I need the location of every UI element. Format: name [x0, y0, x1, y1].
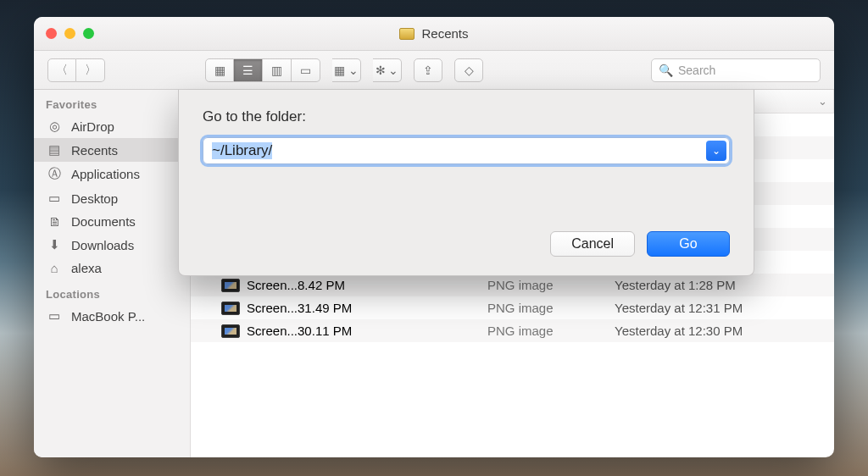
sidebar-item-label: Documents — [71, 214, 136, 229]
sidebar-item-label: Applications — [71, 167, 140, 181]
window-title-icon — [399, 28, 415, 40]
action-menu-button[interactable]: ✻ ⌄ — [373, 58, 402, 82]
sidebar-item-home[interactable]: ⌂alexa — [34, 257, 190, 280]
chevron-down-icon: ⌄ — [388, 64, 398, 77]
share-icon: ⇪ — [423, 64, 433, 77]
grid-small-icon: ▦ — [334, 64, 345, 77]
icon-view-button[interactable]: ▦ — [205, 58, 234, 82]
sidebar-item-downloads[interactable]: ⬇Downloads — [34, 233, 190, 257]
documents-icon: 🗎 — [46, 214, 63, 229]
cancel-button[interactable]: Cancel — [550, 231, 635, 257]
share-button[interactable]: ⇪ — [414, 58, 442, 82]
chevron-down-icon[interactable]: ⌄ — [818, 95, 827, 108]
chevron-down-icon: ⌄ — [712, 145, 721, 157]
sidebar-header-locations: Locations — [34, 280, 190, 304]
columns-icon: ▥ — [271, 64, 282, 77]
go-to-folder-dialog: Go to the folder: ⌄ Cancel Go — [178, 90, 754, 276]
airdrop-icon: ◎ — [46, 119, 63, 134]
file-date: Yesterday at 12:31 PM — [606, 301, 834, 315]
chevron-left-icon: 〈 — [56, 63, 68, 78]
toolbar: 〈 〉 ▦ ☰ ▥ ▭ ▦ ⌄ ✻ ⌄ ⇪ ◇ 🔍 Search — [34, 51, 834, 90]
sidebar-item-applications[interactable]: ⒶApplications — [34, 162, 190, 186]
sidebar-item-label: AirDrop — [71, 119, 114, 134]
file-date: Yesterday at 1:28 PM — [606, 278, 834, 292]
dialog-label: Go to the folder: — [203, 108, 730, 125]
sidebar-item-macbook[interactable]: ▭MacBook P... — [34, 304, 190, 328]
desktop-icon: ▭ — [46, 191, 63, 206]
path-history-button[interactable]: ⌄ — [706, 141, 726, 161]
go-button[interactable]: Go — [647, 231, 730, 257]
file-name: Screen...8.42 PM — [247, 278, 345, 292]
sidebar-item-label: alexa — [71, 261, 102, 275]
back-button[interactable]: 〈 — [47, 58, 76, 82]
file-kind: PNG image — [479, 301, 606, 315]
sidebar: Favorites ◎AirDrop ▤Recents ⒶApplication… — [34, 90, 191, 457]
sidebar-item-label: Desktop — [71, 191, 118, 206]
file-name: Screen...30.11 PM — [247, 324, 352, 338]
table-row[interactable]: Screen...31.49 PMPNG imageYesterday at 1… — [191, 296, 834, 319]
column-view-button[interactable]: ▥ — [263, 58, 292, 82]
file-thumb-icon — [221, 279, 240, 292]
button-label: Cancel — [571, 236, 614, 252]
table-row[interactable]: Screen...30.11 PMPNG imageYesterday at 1… — [191, 319, 834, 342]
nav-buttons: 〈 〉 — [47, 58, 105, 82]
titlebar: Recents — [34, 17, 834, 51]
table-row[interactable]: Screen...8.42 PMPNG imageYesterday at 1:… — [191, 274, 834, 296]
home-icon: ⌂ — [46, 261, 63, 275]
tags-button[interactable]: ◇ — [454, 58, 483, 82]
sidebar-item-label: Downloads — [71, 238, 134, 252]
search-placeholder: Search — [678, 64, 715, 77]
view-switcher: ▦ ☰ ▥ ▭ — [205, 58, 320, 82]
zoom-window-button[interactable] — [83, 28, 94, 39]
sidebar-item-label: Recents — [71, 143, 118, 158]
close-window-button[interactable] — [46, 28, 57, 39]
traffic-lights — [46, 28, 94, 39]
search-field[interactable]: 🔍 Search — [651, 58, 821, 82]
applications-icon: Ⓐ — [46, 166, 63, 182]
gallery-icon: ▭ — [300, 64, 311, 77]
file-thumb-icon — [221, 324, 240, 338]
tag-icon: ◇ — [465, 64, 474, 77]
gear-icon: ✻ — [376, 64, 386, 77]
sidebar-item-label: MacBook P... — [71, 309, 145, 324]
list-icon: ☰ — [242, 64, 253, 77]
file-kind: PNG image — [479, 278, 606, 292]
sidebar-item-documents[interactable]: 🗎Documents — [34, 210, 190, 233]
forward-button[interactable]: 〉 — [76, 58, 105, 82]
grid-icon: ▦ — [214, 64, 225, 77]
sidebar-item-desktop[interactable]: ▭Desktop — [34, 186, 190, 210]
window-title: Recents — [421, 26, 468, 41]
file-name: Screen...31.49 PM — [247, 301, 352, 315]
gallery-view-button[interactable]: ▭ — [292, 58, 320, 82]
folder-path-input[interactable] — [203, 137, 730, 164]
file-kind: PNG image — [479, 324, 606, 338]
sidebar-header-favorites: Favorites — [34, 90, 190, 114]
list-view-button[interactable]: ☰ — [234, 58, 263, 82]
button-label: Go — [679, 236, 697, 252]
search-icon: 🔍 — [659, 64, 673, 77]
laptop-icon: ▭ — [46, 308, 63, 324]
downloads-icon: ⬇ — [46, 237, 63, 252]
file-thumb-icon — [221, 302, 240, 315]
recents-icon: ▤ — [46, 142, 63, 158]
group-by-button[interactable]: ▦ ⌄ — [332, 58, 361, 82]
chevron-down-icon: ⌄ — [348, 64, 359, 77]
sidebar-item-recents[interactable]: ▤Recents — [34, 138, 190, 162]
sidebar-item-airdrop[interactable]: ◎AirDrop — [34, 114, 190, 138]
chevron-right-icon: 〉 — [85, 63, 97, 78]
file-date: Yesterday at 12:30 PM — [606, 324, 834, 338]
finder-window: Recents 〈 〉 ▦ ☰ ▥ ▭ ▦ ⌄ ✻ ⌄ ⇪ ◇ 🔍 Search — [34, 17, 834, 457]
minimize-window-button[interactable] — [64, 28, 75, 39]
